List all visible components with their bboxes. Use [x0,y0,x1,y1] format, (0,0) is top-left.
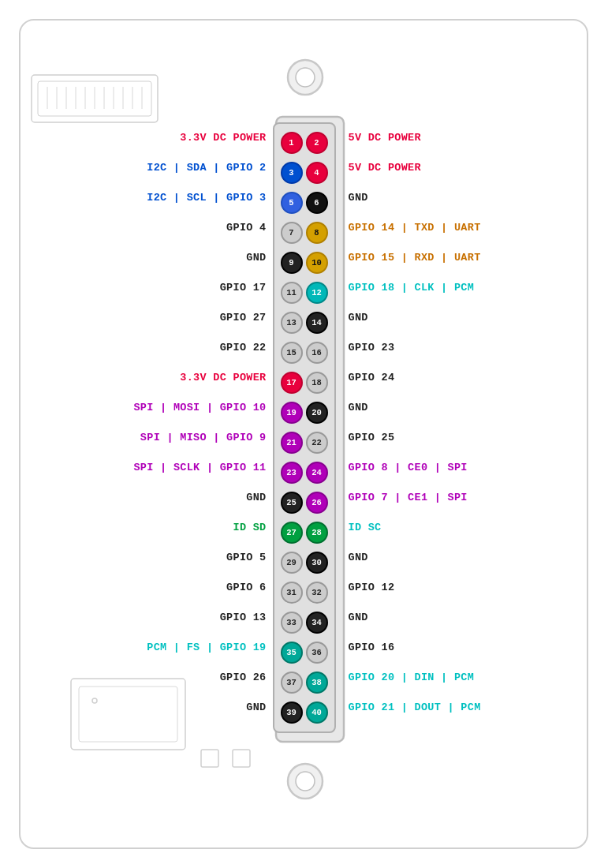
right-label-text-5: GPIO 18 | CLK | PCM [349,282,475,294]
left-label-text-14: GPIO 5 [226,552,266,563]
right-label-text-15: GPIO 12 [349,582,395,593]
pin-20: 20 [306,402,328,424]
left-label-text-9: SPI | MOSI | GPIO 10 [133,402,266,413]
left-label-row-3: GPIO 4 [77,212,267,242]
pin-13: 13 [281,312,303,334]
right-label-row-12: GPIO 7 | CE1 | SPI [342,482,532,512]
pin-3: 3 [281,162,303,184]
pin-pair-row-8: 1718 [281,368,328,398]
pin-36: 36 [306,642,328,664]
left-label-text-5: GPIO 17 [220,282,267,294]
pin-pair-row-0: 12 [281,128,328,158]
right-label-text-19: GPIO 21 | DOUT | PCM [349,702,481,713]
left-label-row-13: ID SD [77,512,267,542]
pin-pair-row-17: 3536 [281,638,328,668]
left-label-row-0: 3.3V DC POWER [77,122,267,152]
left-label-row-16: GPIO 13 [77,602,267,632]
pin-40: 40 [306,702,328,724]
right-label-row-6: GND [342,302,532,332]
left-label-row-17: PCM | FS | GPIO 19 [77,632,267,662]
left-label-row-19: GND [77,692,267,722]
gpio-layout: 3.3V DC POWERI2C | SDA | GPIO 2I2C | SCL… [77,122,532,733]
pin-pair-row-1: 34 [281,158,328,188]
svg-rect-21 [201,750,218,767]
left-label-text-1: I2C | SDA | GPIO 2 [147,162,266,174]
right-label-row-19: GPIO 21 | DOUT | PCM [342,692,532,722]
pin-pair-row-3: 78 [281,218,328,248]
pin-5: 5 [281,192,303,214]
pin-37: 37 [281,672,303,694]
right-label-row-1: 5V DC POWER [342,152,532,182]
right-label-row-2: GND [342,182,532,212]
pin-33: 33 [281,612,303,634]
pin-10: 10 [306,252,328,274]
svg-rect-2 [38,81,151,116]
right-label-row-16: GND [342,602,532,632]
pin-pair-row-10: 2122 [281,428,328,458]
pin-6: 6 [306,192,328,214]
pin-pair-row-18: 3738 [281,668,328,698]
pin-pair-row-16: 3334 [281,608,328,638]
right-label-row-10: GPIO 25 [342,422,532,452]
right-label-row-0: 5V DC POWER [342,122,532,152]
pin-pair-row-11: 2324 [281,458,328,488]
left-label-text-10: SPI | MISO | GPIO 9 [140,432,267,443]
right-label-text-7: GPIO 23 [349,342,395,354]
left-label-text-15: GPIO 6 [226,582,266,593]
pin-30: 30 [306,552,328,574]
right-label-text-8: GPIO 24 [349,372,395,383]
left-label-text-13: ID SD [233,522,266,533]
gpio-connector: 1234567891011121314151617181920212223242… [273,122,336,733]
left-label-row-6: GPIO 27 [77,302,267,332]
gpio-pinout-container: 3.3V DC POWERI2C | SDA | GPIO 2I2C | SCL… [24,122,584,733]
pin-7: 7 [281,222,303,244]
svg-point-14 [288,60,323,95]
left-label-text-4: GND [246,252,266,264]
left-label-text-3: GPIO 4 [226,222,266,234]
pin-17: 17 [281,372,303,394]
pin-34: 34 [306,612,328,634]
pin-pair-row-14: 2930 [281,548,328,578]
right-label-text-1: 5V DC POWER [349,162,421,174]
svg-point-16 [288,764,323,799]
pin-27: 27 [281,522,303,544]
right-label-text-2: GND [349,192,368,204]
left-label-text-11: SPI | SCLK | GPIO 11 [133,462,266,473]
right-label-row-3: GPIO 14 | TXD | UART [342,212,532,242]
pin-25: 25 [281,492,303,514]
right-label-row-8: GPIO 24 [342,362,532,392]
right-label-row-11: GPIO 8 | CE0 | SPI [342,452,532,482]
left-label-text-18: GPIO 26 [220,672,267,683]
right-label-text-14: GND [349,552,368,563]
pin-22: 22 [306,432,328,454]
right-label-row-5: GPIO 18 | CLK | PCM [342,272,532,302]
left-label-text-7: GPIO 22 [220,342,267,354]
pin-24: 24 [306,462,328,484]
pin-pair-row-4: 910 [281,248,328,278]
left-label-row-11: SPI | SCLK | GPIO 11 [77,452,267,482]
right-label-row-13: ID SC [342,512,532,542]
left-label-row-4: GND [77,242,267,272]
left-label-row-9: SPI | MOSI | GPIO 10 [77,392,267,422]
right-label-text-6: GND [349,312,368,324]
pin-4: 4 [306,162,328,184]
pin-19: 19 [281,402,303,424]
left-label-text-16: GPIO 13 [220,612,267,623]
svg-rect-1 [32,75,158,122]
left-label-text-8: 3.3V DC POWER [180,372,266,383]
left-label-text-12: GND [246,492,266,503]
pin-14: 14 [306,312,328,334]
pin-pair-row-5: 1112 [281,278,328,308]
right-label-text-0: 5V DC POWER [349,132,421,144]
pin-26: 26 [306,492,328,514]
left-label-text-19: GND [246,702,266,713]
pin-23: 23 [281,462,303,484]
right-label-text-4: GPIO 15 | RXD | UART [349,252,481,264]
right-label-text-17: GPIO 16 [349,642,395,653]
pin-9: 9 [281,252,303,274]
pin-28: 28 [306,522,328,544]
pin-29: 29 [281,552,303,574]
pin-16: 16 [306,342,328,364]
right-label-text-12: GPIO 7 | CE1 | SPI [349,492,468,503]
right-label-row-18: GPIO 20 | DIN | PCM [342,662,532,692]
